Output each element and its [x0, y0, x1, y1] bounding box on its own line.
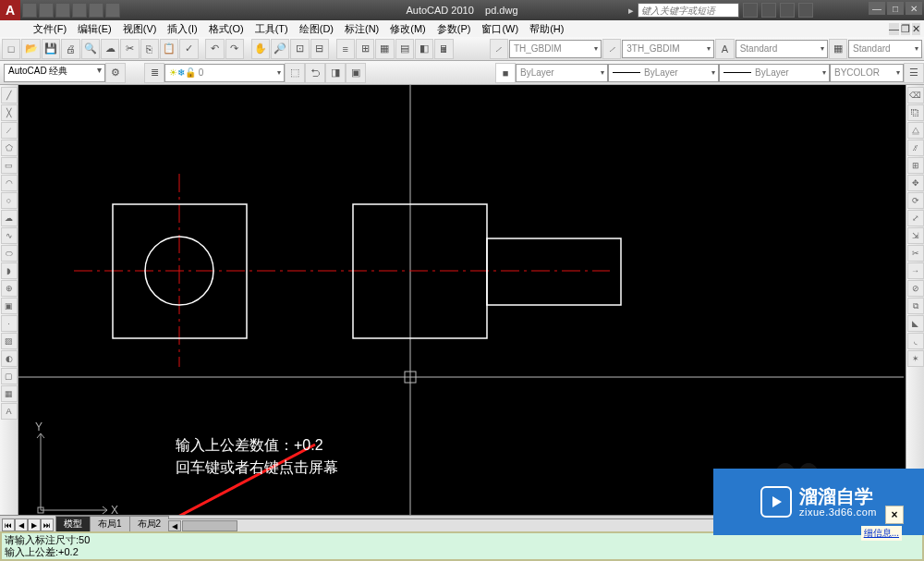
- insert-icon[interactable]: ⊕: [1, 280, 18, 297]
- color-swatch-icon[interactable]: ■: [495, 63, 516, 83]
- cmd-input-line[interactable]: 输入上公差:+0.2: [5, 546, 919, 558]
- print-icon[interactable]: 🖨: [61, 39, 79, 59]
- layer-dropdown[interactable]: ☀❄🔓 0: [164, 64, 285, 82]
- toolpalette-icon[interactable]: ▦: [375, 39, 394, 59]
- explode-icon[interactable]: ✶: [907, 350, 924, 367]
- search-icon[interactable]: [743, 3, 758, 18]
- zoom-win-icon[interactable]: ⊡: [290, 39, 309, 59]
- menu-help[interactable]: 帮助(H): [524, 20, 569, 38]
- close-button[interactable]: ✕: [906, 2, 922, 15]
- tab-layout2[interactable]: 布局2: [129, 516, 170, 531]
- workspace-gear-icon[interactable]: ⚙: [105, 63, 126, 83]
- menu-view[interactable]: 视图(V): [117, 20, 163, 38]
- dimstyle1-dropdown[interactable]: TH_GBDIM: [509, 40, 602, 58]
- stretch-icon[interactable]: ⇲: [907, 227, 924, 244]
- tab-layout1[interactable]: 布局1: [90, 516, 130, 531]
- app-logo[interactable]: A: [0, 0, 20, 20]
- offset-icon[interactable]: ⫽: [907, 140, 924, 156]
- ellipse-icon[interactable]: ⬭: [1, 245, 18, 262]
- search-input[interactable]: [638, 3, 739, 18]
- qat-print-icon[interactable]: [105, 3, 120, 18]
- command-window[interactable]: 请输入标注尺寸:50 输入上公差:+0.2: [0, 531, 924, 561]
- paste-icon[interactable]: 📋: [160, 39, 178, 59]
- tab-first-icon[interactable]: ⏮: [2, 518, 15, 531]
- point-icon[interactable]: ·: [1, 315, 18, 332]
- qat-redo-icon[interactable]: [89, 3, 103, 18]
- array-icon[interactable]: ⊞: [907, 157, 924, 174]
- rotate-icon[interactable]: ⟳: [907, 192, 924, 209]
- balloon-close-button[interactable]: ×: [885, 506, 904, 524]
- table-icon[interactable]: ▦: [1, 385, 18, 402]
- maximize-button[interactable]: □: [887, 2, 904, 15]
- xline-icon[interactable]: ╳: [1, 104, 18, 121]
- menu-window[interactable]: 窗口(W): [476, 20, 524, 38]
- tab-next-icon[interactable]: ▶: [28, 518, 41, 531]
- layer-state-icon[interactable]: ▣: [346, 63, 366, 83]
- qat-save-icon[interactable]: [55, 3, 70, 18]
- minimize-button[interactable]: —: [869, 2, 885, 15]
- markup-icon[interactable]: ◧: [415, 39, 433, 59]
- chamfer-icon[interactable]: ◣: [907, 315, 924, 332]
- menu-insert[interactable]: 插入(I): [162, 20, 202, 38]
- erase-icon[interactable]: ⌫: [907, 87, 924, 104]
- tablestyle-dropdown[interactable]: Standard: [848, 40, 922, 58]
- linetype-dropdown[interactable]: ByLayer: [608, 64, 719, 82]
- list-icon[interactable]: ☰: [904, 63, 924, 83]
- designcenter-icon[interactable]: ⊞: [356, 39, 374, 59]
- sheetset-icon[interactable]: ▤: [395, 39, 414, 59]
- layer-prev-icon[interactable]: ⮌: [305, 63, 325, 83]
- region-icon[interactable]: ▢: [1, 368, 18, 384]
- scroll-thumb[interactable]: [182, 520, 237, 531]
- tab-last-icon[interactable]: ⏭: [41, 518, 54, 531]
- search-chevron-icon[interactable]: ▸: [628, 5, 634, 17]
- tab-prev-icon[interactable]: ◀: [15, 518, 28, 531]
- dimstyle2-icon[interactable]: ⟋: [602, 39, 621, 59]
- dimstyle2-dropdown[interactable]: 3TH_GBDIM: [622, 40, 714, 58]
- cut-icon[interactable]: ✂: [120, 39, 139, 59]
- color-dropdown[interactable]: ByLayer: [516, 64, 608, 82]
- publish-icon[interactable]: ☁: [101, 39, 119, 59]
- help-icon[interactable]: [798, 3, 813, 18]
- doc-close-button[interactable]: ✕: [912, 23, 920, 35]
- arc-icon[interactable]: ◠: [1, 175, 18, 191]
- copy-icon[interactable]: ⎘: [140, 39, 159, 59]
- hatch-icon[interactable]: ▨: [1, 333, 18, 349]
- menu-modify[interactable]: 修改(M): [384, 20, 432, 38]
- mirror-icon[interactable]: ⧋: [907, 122, 924, 139]
- tablestyle-icon[interactable]: ▦: [829, 39, 847, 59]
- info-link[interactable]: 细信息...: [861, 526, 902, 541]
- revcloud-icon[interactable]: ☁: [1, 210, 18, 226]
- menu-draw[interactable]: 绘图(D): [294, 20, 339, 38]
- zoom-rt-icon[interactable]: 🔎: [271, 39, 289, 59]
- exchange-icon[interactable]: [780, 3, 795, 18]
- fillet-icon[interactable]: ◟: [907, 333, 924, 349]
- menu-format[interactable]: 格式(O): [203, 20, 249, 38]
- ellipsearc-icon[interactable]: ◗: [1, 262, 18, 279]
- workspace-dropdown[interactable]: AutoCAD 经典: [4, 64, 105, 82]
- layer-props-icon[interactable]: ≣: [144, 63, 164, 83]
- layer-match-icon[interactable]: ⬚: [285, 63, 305, 83]
- save-icon[interactable]: 💾: [42, 39, 60, 59]
- scale-icon[interactable]: ⤢: [907, 210, 924, 226]
- textstyle-icon[interactable]: A: [715, 39, 734, 59]
- qat-open-icon[interactable]: [39, 3, 54, 18]
- block-icon[interactable]: ▣: [1, 298, 18, 314]
- extend-icon[interactable]: →: [907, 262, 924, 279]
- join-icon[interactable]: ⧉: [907, 298, 924, 314]
- menu-edit[interactable]: 编辑(E): [72, 20, 117, 38]
- mtext-icon[interactable]: A: [1, 403, 18, 420]
- spline-icon[interactable]: ∿: [1, 227, 18, 244]
- calc-icon[interactable]: 🖩: [434, 39, 453, 59]
- copy-obj-icon[interactable]: ⿻: [907, 104, 924, 121]
- tab-model[interactable]: 模型: [55, 516, 91, 531]
- rectangle-icon[interactable]: ▭: [1, 157, 18, 174]
- layer-iso-icon[interactable]: ◨: [325, 63, 346, 83]
- break-icon[interactable]: ⊘: [907, 280, 924, 297]
- match-icon[interactable]: ✓: [179, 39, 198, 59]
- polygon-icon[interactable]: ⬠: [1, 140, 18, 156]
- circle-icon[interactable]: ○: [1, 192, 18, 209]
- properties-icon[interactable]: ≡: [336, 39, 355, 59]
- line-icon[interactable]: ╱: [1, 87, 18, 104]
- drawing-canvas[interactable]: Y X 输入上公差数值：+0.2 回车键或者右键点击屏幕: [18, 85, 906, 515]
- pan-icon[interactable]: ✋: [251, 39, 270, 59]
